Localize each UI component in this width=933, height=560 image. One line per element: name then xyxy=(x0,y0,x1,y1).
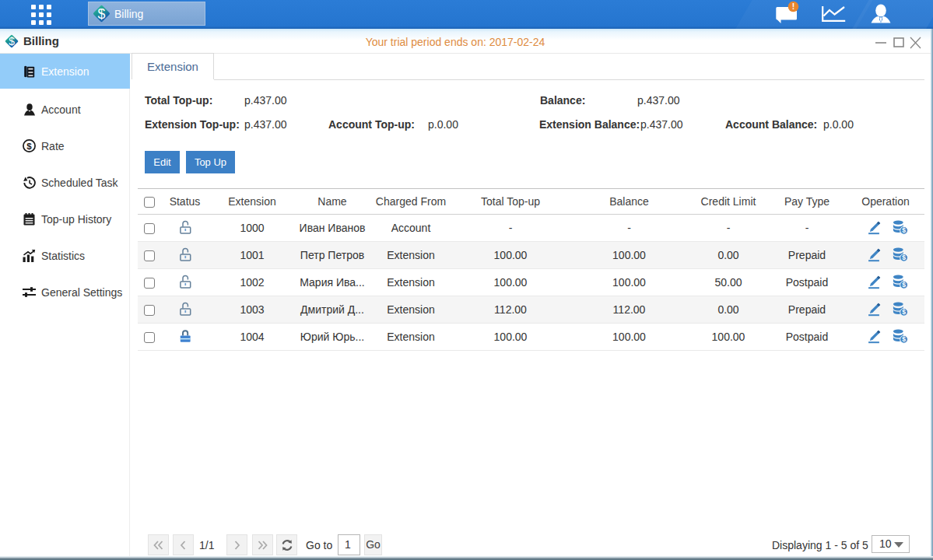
svg-text:$: $ xyxy=(98,6,106,22)
svg-text:$: $ xyxy=(902,226,906,234)
svg-text:!: ! xyxy=(792,2,795,11)
svg-text:$: $ xyxy=(902,254,906,261)
svg-text:$: $ xyxy=(26,142,32,151)
svg-text:$: $ xyxy=(902,281,906,289)
svg-text:$: $ xyxy=(902,308,906,316)
svg-text:$: $ xyxy=(902,335,906,343)
